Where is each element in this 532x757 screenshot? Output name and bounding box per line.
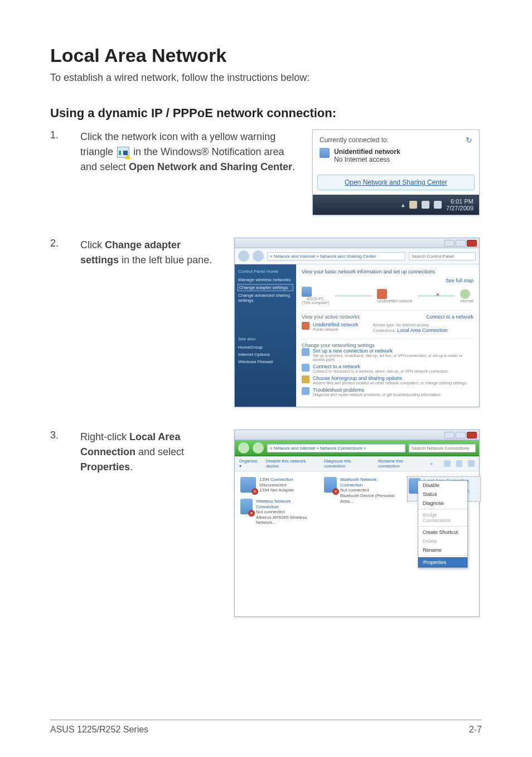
- step-1-text: Click the network icon with a yellow war…: [80, 129, 296, 215]
- network-connections-screenshot: « Network and Internet » Network Connect…: [234, 430, 480, 617]
- network-tray-icon[interactable]: [422, 201, 429, 209]
- step-3-mid: and select: [136, 446, 184, 457]
- page-footer: ASUS 1225/R252 Series 2-7: [50, 720, 482, 735]
- tb-disable[interactable]: Disable this network device: [266, 459, 318, 469]
- search-input[interactable]: [409, 252, 476, 261]
- step-2-post: in the left blue pane.: [119, 254, 212, 266]
- access-type-value: No Internet access: [396, 323, 429, 327]
- taskbar-tray: ▴ 6:01 PM 7/27/2009: [313, 195, 479, 215]
- context-menu: Disable Status Diagnose Bridge Connectio…: [418, 480, 468, 568]
- lac-link[interactable]: Local Area Connection: [397, 327, 448, 333]
- step-number-2: 2.: [50, 238, 64, 407]
- toolbar: Organize ▾ Disable this network device D…: [235, 456, 479, 471]
- maximize-button-3[interactable]: [456, 432, 466, 438]
- ctx-separator: [418, 556, 467, 556]
- setup-connection-icon: [302, 348, 309, 356]
- close-button[interactable]: [467, 240, 477, 247]
- setup-connection-link[interactable]: Set up a new connection or network: [313, 348, 473, 354]
- ctx-properties[interactable]: Properties: [418, 557, 467, 567]
- forward-button-3[interactable]: [253, 442, 264, 454]
- view-icon[interactable]: [444, 460, 451, 467]
- connection-1394[interactable]: × 1394 Connection Disconnected 1394 Net …: [240, 477, 313, 493]
- conn4-adapter: Atheros AR9285 Wireless Network...: [256, 515, 313, 525]
- refresh-icon[interactable]: ↻: [466, 136, 472, 144]
- network-sharing-center-screenshot: « Network and Internet » Network and Sha…: [234, 238, 480, 407]
- sidebar-item-homegroup[interactable]: HomeGroup: [238, 345, 293, 350]
- public-network-label: Public network: [313, 327, 359, 331]
- sidebar-item-internet-options[interactable]: Internet Options: [238, 352, 293, 357]
- adapter-icon: ×: [240, 477, 256, 493]
- disabled-x-icon: ×: [332, 488, 339, 495]
- sidebar-item-windows-firewall[interactable]: Windows Firewall: [238, 359, 293, 364]
- disabled-x-icon: ×: [252, 488, 258, 495]
- step-3-bold2: Properties: [80, 461, 130, 472]
- ctx-separator: [418, 526, 467, 527]
- tb-overflow[interactable]: »: [431, 461, 433, 466]
- search-input-3[interactable]: [409, 444, 476, 452]
- connect-network-link[interactable]: Connect to a network: [313, 364, 449, 369]
- step-2-text: Click Change adapter settings in the lef…: [80, 238, 217, 407]
- see-full-map-link[interactable]: See full map: [446, 278, 473, 283]
- ctx-rename[interactable]: Rename: [418, 546, 467, 555]
- troubleshoot-link[interactable]: Troubleshoot problems: [313, 387, 441, 393]
- tb-diagnose[interactable]: Diagnose this connection: [324, 459, 373, 469]
- minimize-button-3[interactable]: [444, 432, 454, 438]
- control-panel-home[interactable]: Control Panel Home: [238, 269, 293, 274]
- homegroup-desc: Access files and printers located on oth…: [313, 381, 467, 385]
- computer-label: ASUS-PC: [302, 297, 329, 301]
- tray-popup-title: Currently connected to:: [320, 136, 389, 144]
- address-bar[interactable]: « Network and Internet » Network and Sha…: [267, 252, 405, 261]
- step-1-bold: Open Network and Sharing Center: [129, 161, 292, 172]
- tray-date: 7/27/2009: [446, 205, 473, 211]
- open-network-sharing-center-link[interactable]: Open Network and Sharing Center: [345, 179, 447, 186]
- tray-clock[interactable]: 6:01 PM 7/27/2009: [446, 198, 473, 211]
- tray-popup-screenshot: Currently connected to: ↻ Unidentified n…: [312, 129, 480, 215]
- troubleshoot-desc: Diagnose and repair network problems, or…: [313, 393, 441, 397]
- back-button-3[interactable]: [238, 442, 249, 454]
- conn4-status: Not connected: [256, 509, 313, 515]
- network-map: ASUS-PC (This computer) Unidentified net…: [302, 287, 473, 305]
- network-node-label: Unidentified network: [377, 299, 412, 303]
- connection-bluetooth[interactable]: × Bluetooth Network Connection Not conne…: [324, 477, 396, 504]
- access-type-label: Access type:: [373, 323, 395, 327]
- ctx-delete: Delete: [418, 537, 467, 546]
- back-button[interactable]: [238, 250, 249, 262]
- connect-to-network-link[interactable]: Connect to a network: [426, 314, 473, 320]
- window-titlebar: [235, 238, 479, 248]
- address-bar-3[interactable]: « Network and Internet » Network Connect…: [267, 444, 405, 452]
- ctx-status[interactable]: Status: [418, 490, 467, 499]
- step-3-text: Right-click Local Area Connection and se…: [80, 430, 217, 617]
- step-3-pre: Right-click: [80, 431, 129, 442]
- preview-icon[interactable]: [456, 460, 463, 467]
- step-number-3: 3.: [50, 430, 64, 617]
- volume-icon[interactable]: [434, 201, 442, 209]
- minimize-button[interactable]: [444, 240, 454, 247]
- maximize-button[interactable]: [456, 240, 466, 247]
- ctx-bridge: Bridge Connections: [418, 510, 467, 525]
- help-icon[interactable]: [468, 460, 475, 467]
- tb-rename[interactable]: Rename this connection: [378, 459, 425, 469]
- forward-button[interactable]: [253, 250, 264, 262]
- sidebar-item-change-adapter[interactable]: Change adapter settings: [238, 285, 293, 291]
- conn2-title: Bluetooth Network Connection: [340, 477, 396, 488]
- ctx-disable[interactable]: Disable: [418, 481, 467, 490]
- connection-wireless[interactable]: × Wireless Network Connection Not connec…: [240, 499, 313, 525]
- show-hidden-icon[interactable]: ▴: [402, 201, 405, 209]
- change-settings-head: Change your networking settings: [302, 343, 473, 348]
- intro-text: To establish a wired network, follow the…: [50, 72, 482, 84]
- setup-connection-desc: Set up a wireless, broadband, dial-up, a…: [313, 354, 473, 361]
- sidebar-item-advanced-sharing[interactable]: Change advanced sharing settings: [238, 293, 293, 303]
- tb-organize[interactable]: Organize ▾: [239, 459, 260, 469]
- ctx-shortcut[interactable]: Create Shortcut: [418, 528, 467, 537]
- network-warning-tray-icon: [117, 147, 129, 158]
- conn1-status: Disconnected: [259, 483, 294, 488]
- homegroup-link[interactable]: Choose homegroup and sharing options: [313, 375, 467, 381]
- ctx-diagnose[interactable]: Diagnose: [418, 499, 467, 508]
- close-button-3[interactable]: [467, 432, 477, 438]
- action-center-icon[interactable]: [409, 201, 417, 209]
- window-titlebar-3: [235, 430, 479, 440]
- sidebar-item-manage-wireless[interactable]: Manage wireless networks: [238, 277, 293, 282]
- unidentified-network-link[interactable]: Unidentified network: [313, 322, 359, 327]
- ctx-separator: [418, 509, 467, 509]
- adapter-icon: ×: [240, 499, 253, 514]
